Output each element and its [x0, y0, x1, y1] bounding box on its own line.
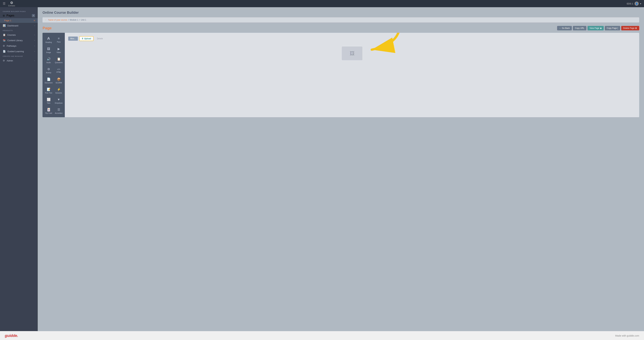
page1-row[interactable]: Page 1 ≡	[0, 18, 38, 23]
flip-card-label: Flip Card	[45, 112, 52, 114]
widget-audio[interactable]: 🔊 Audio	[44, 55, 53, 65]
courses-icon: 📋	[3, 34, 6, 36]
pathways-left: ⚙ Pathways	[3, 45, 16, 47]
widget-para[interactable]: ≡ Para	[54, 35, 64, 45]
go-back-button[interactable]: ← Go Back	[557, 26, 572, 30]
widget-accordion[interactable]: ☰ Accordion	[54, 106, 64, 115]
free-text-icon: 📝	[47, 88, 50, 91]
breadcrumb-unit[interactable]: Unit 1	[81, 19, 86, 21]
tabs-label: Tabs	[47, 102, 50, 104]
widget-free-text[interactable]: 📝 Free Text	[44, 86, 53, 95]
sidebar-item-pathways[interactable]: ⚙ Pathways ›	[0, 43, 38, 49]
widget-video[interactable]: ▶ Video	[54, 45, 64, 55]
free-text-label: Free Text	[45, 92, 52, 94]
footer: guidde. Made with guidde.com	[0, 331, 644, 340]
widget-scorm[interactable]: 📦 SCORM	[54, 76, 64, 85]
questions-label: Questions	[55, 62, 62, 64]
admin-chevron: ›	[34, 60, 35, 62]
sidebar-item-content-library[interactable]: 📚 Content Library ›	[0, 38, 38, 43]
sidebar-item-admin[interactable]: ⚙ Admin ›	[0, 58, 38, 63]
nav-right: EDS 1 👤 ▾	[627, 2, 641, 6]
page1-label: Page 1	[4, 19, 11, 22]
content-library-icon: 📚	[3, 39, 6, 42]
hamburger-icon[interactable]: ☰	[3, 2, 6, 6]
tabs-icon: ⬜	[47, 98, 50, 101]
view-page-button[interactable]: View Page ◉	[588, 26, 604, 30]
sidebar-item-dashboard[interactable]: 📊 Dashboard ›	[0, 23, 38, 28]
delete-button[interactable]: Delete	[95, 37, 105, 41]
widget-activity[interactable]: ⚙ Activity	[44, 66, 53, 75]
copy-url-button[interactable]: Copy URL	[573, 26, 586, 30]
admin-icon: ⚙	[3, 59, 5, 62]
delete-page-button[interactable]: Delete Page 🗑	[621, 26, 639, 30]
canvas-image-placeholder: 🖼	[342, 47, 362, 60]
dropdown-label: Dropdown	[55, 102, 63, 104]
widget-heading[interactable]: A Heading	[44, 35, 53, 45]
scorm-icon: 📦	[57, 77, 61, 81]
widget-html[interactable]: </> HTML	[54, 66, 64, 75]
pages-icon: ⊞	[3, 14, 5, 17]
para-icon: ≡	[58, 37, 60, 40]
page-section-title: Page	[42, 26, 52, 30]
breadcrumb-arrow: ←	[45, 19, 47, 21]
logo-text: Censeo	[8, 5, 15, 7]
activity-label: Activity	[46, 72, 52, 74]
move-button[interactable]: Mov...	[68, 37, 78, 41]
widget-tabs[interactable]: ⬜ Tabs	[44, 96, 53, 105]
action-buttons: ← Go Back Copy URL View Page ◉ Copy Page…	[557, 26, 639, 30]
guided-learning-left: 📄 Guided Learning	[3, 50, 24, 53]
widget-image[interactable]: 🖼 Image	[44, 45, 53, 55]
heading-icon: A	[47, 36, 50, 41]
flip-card-icon: 🃏	[47, 108, 50, 112]
user-dropdown-icon[interactable]: ▾	[640, 3, 641, 5]
dashboard-chevron: ›	[34, 25, 35, 27]
video-label: Video	[56, 52, 61, 53]
para-label: Para	[57, 41, 60, 43]
upload-button[interactable]: ⬆ Upload	[79, 36, 94, 41]
widget-dynamic[interactable]: ⚡ Dynamic	[54, 86, 64, 95]
widget-flip-card[interactable]: 🃏 Flip Card	[44, 106, 53, 115]
breadcrumb-sep2: /	[79, 19, 80, 21]
pathways-label: Pathways	[7, 45, 16, 47]
copy-page-button[interactable]: Copy Page [	[605, 26, 620, 30]
pages-item-left: ⊞ Pages	[3, 14, 14, 17]
upload-icon: ⬆	[82, 37, 83, 40]
footer-logo: guidde.	[5, 333, 18, 338]
video-icon: ▶	[58, 47, 60, 51]
canvas-content: Mov... ⬆ Upload Delete 🖼	[68, 36, 636, 64]
canvas-action-bar: Mov... ⬆ Upload Delete	[68, 36, 636, 41]
widget-questions[interactable]: 📋 Questions	[54, 55, 64, 65]
admin-label: Admin	[7, 59, 13, 62]
sidebar-item-guided-learning[interactable]: 📄 Guided Learning ›	[0, 49, 38, 54]
sidebar-item-courses[interactable]: 📋 Courses ›	[0, 32, 38, 38]
courses-chevron: ›	[34, 34, 35, 36]
upload-label: Upload	[84, 37, 91, 40]
pathways-chevron: ›	[34, 45, 35, 47]
sidebar: COURSE BUILDER PAGES ⊞ Pages + Page 1 ≡ …	[0, 7, 38, 331]
html-icon: </>	[57, 68, 60, 71]
guided-learning-chevron: ›	[34, 51, 35, 52]
breadcrumb-course[interactable]: Name of your course	[48, 19, 67, 21]
widget-dropdown[interactable]: ▼ Dropdown	[54, 96, 64, 105]
guided-learning-icon: 📄	[3, 50, 6, 53]
widget-document[interactable]: 📄 Document	[44, 76, 53, 85]
pages-row: ⊞ Pages +	[0, 13, 38, 18]
add-page-button[interactable]: +	[32, 14, 35, 17]
sidebar-section-create-manage: CREATE AND MANAGE	[0, 54, 38, 58]
html-label: HTML	[56, 71, 61, 73]
audio-label: Audio	[46, 62, 51, 64]
pages-label[interactable]: Pages	[6, 14, 14, 17]
pathways-icon: ⚙	[3, 45, 5, 47]
breadcrumb-sep1: /	[68, 19, 68, 21]
page1-list-icon[interactable]: ≡	[34, 19, 35, 22]
image-icon: 🖼	[47, 47, 50, 51]
page1-icons: ≡	[34, 19, 35, 22]
content-library-label: Content Library	[7, 39, 23, 42]
breadcrumb-module[interactable]: Module 1	[70, 19, 78, 21]
accordion-icon: ☰	[58, 108, 60, 112]
activity-icon: ⚙	[47, 67, 50, 71]
footer-text: Made with guidde.com	[615, 334, 639, 337]
image-label: Image	[46, 52, 51, 53]
scorm-label: SCORM	[56, 82, 62, 84]
avatar[interactable]: 👤	[634, 2, 639, 6]
